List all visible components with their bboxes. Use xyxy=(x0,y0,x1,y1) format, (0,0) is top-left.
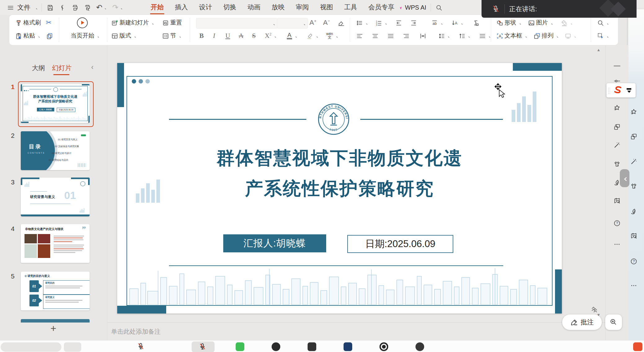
help-icon[interactable] xyxy=(630,258,638,266)
s-tool-menu[interactable] xyxy=(627,88,631,93)
drag-handle[interactable] xyxy=(608,87,611,94)
scroll-up-arrow[interactable]: ▲ xyxy=(597,47,601,52)
taskbar-app[interactable] xyxy=(415,342,424,351)
superscript-button[interactable]: X2 xyxy=(265,30,277,41)
select-button[interactable] xyxy=(597,30,609,41)
export-button[interactable] xyxy=(58,3,67,12)
design-shirt-icon[interactable] xyxy=(613,160,621,169)
copy-button[interactable] xyxy=(46,30,53,41)
paste-button[interactable]: 粘贴 xyxy=(15,30,40,41)
taskbar-active-app[interactable] xyxy=(192,341,215,352)
sidebar-collapse-handle[interactable] xyxy=(620,169,629,187)
tab-home[interactable]: 开始 xyxy=(145,0,169,15)
taskbar-app[interactable] xyxy=(344,342,352,351)
hamburger-menu-icon[interactable] xyxy=(7,4,14,11)
taskbar-app-green[interactable] xyxy=(236,342,244,351)
tab-tools[interactable]: 工具 xyxy=(339,0,363,15)
shrink-font-button[interactable]: A− xyxy=(323,17,330,28)
tab-slides[interactable]: 幻灯片 xyxy=(52,64,72,72)
clear-format-button[interactable] xyxy=(337,17,344,28)
taskbar-search-pill[interactable] xyxy=(1,342,61,352)
text-autofit-button[interactable] xyxy=(479,30,491,41)
design-shirt-icon[interactable] xyxy=(630,183,638,191)
thumbnail-slide-5[interactable]: ⊙ 研究的目的与意义 01 研究目的 02 研究意义 xyxy=(21,272,90,310)
taskbar-mic-muted-icon[interactable] xyxy=(137,342,146,352)
more-options-icon[interactable] xyxy=(613,241,621,249)
print-button[interactable] xyxy=(70,3,79,12)
presenter-box[interactable]: 汇报人:胡晓蝶 xyxy=(223,234,326,252)
slide-title-line1[interactable]: 群体智慧视域下非物质文化遗 xyxy=(117,146,562,170)
new-slide-button[interactable]: 新建幻灯片 xyxy=(111,17,154,28)
shapes-button[interactable]: 形状 xyxy=(496,17,522,28)
increase-indent-button[interactable] xyxy=(410,17,417,28)
char-border-button[interactable]: A xyxy=(239,30,243,41)
slide-canvas[interactable]: NORTHWEST UNIVERSITY ·1902· 群体智慧视域下非物质文化… xyxy=(107,45,605,322)
slide-master-button[interactable] xyxy=(564,30,576,41)
taskbar-app[interactable] xyxy=(380,342,388,351)
wps-ai-button[interactable]: WPS AI xyxy=(396,4,426,11)
microphone-muted-icon[interactable] xyxy=(492,5,500,13)
redo-button[interactable]: ↷ xyxy=(111,3,124,11)
tab-insert[interactable]: 插入 xyxy=(169,0,193,15)
thumbnail-slide-1[interactable]: 群体智慧视域下非物质文化遗 产系统性保护策略研究 汇报人:胡晓蝶 日期:2025… xyxy=(21,84,90,123)
bold-button[interactable]: B xyxy=(199,30,204,41)
zoom-in-button[interactable] xyxy=(605,314,622,330)
decrease-indent-button[interactable] xyxy=(395,17,402,28)
map-search-icon[interactable] xyxy=(630,232,638,240)
more-options-icon[interactable] xyxy=(630,282,638,290)
line-spacing-button[interactable] xyxy=(438,30,450,41)
format-painter-button[interactable]: 格式刷 xyxy=(15,17,41,28)
save-button[interactable] xyxy=(46,3,54,12)
distribute-button[interactable] xyxy=(419,30,426,41)
picture-button[interactable]: 图片 xyxy=(528,17,553,28)
pinyin-guide-button[interactable]: wén文 xyxy=(326,30,338,41)
character-spacing-button[interactable] xyxy=(431,17,443,28)
help-icon[interactable] xyxy=(613,219,621,228)
text-direction-button[interactable] xyxy=(451,17,463,28)
bullet-list-button[interactable] xyxy=(356,17,368,28)
find-replace-button[interactable] xyxy=(597,17,609,28)
layout-button[interactable]: 版式 xyxy=(111,30,136,41)
tab-review[interactable]: 审阅 xyxy=(290,0,314,15)
tab-transition[interactable]: 切换 xyxy=(218,0,242,15)
italic-button[interactable]: I xyxy=(213,30,215,41)
arrange-button[interactable]: 排列 xyxy=(533,30,559,41)
shapes-panel-icon[interactable] xyxy=(630,133,638,141)
map-search-icon[interactable] xyxy=(613,197,621,205)
fill-color-button[interactable] xyxy=(561,17,573,28)
font-name-select[interactable] xyxy=(196,18,278,29)
taskbar-app[interactable] xyxy=(272,342,280,351)
notes-area[interactable]: 单击此处添加备注 xyxy=(107,322,609,341)
print-preview-button[interactable] xyxy=(83,3,91,12)
global-search-icon[interactable] xyxy=(435,4,442,11)
tab-slideshow[interactable]: 放映 xyxy=(266,0,290,15)
play-slideshow-button[interactable] xyxy=(77,17,88,28)
taskbar-widget[interactable] xyxy=(64,342,81,352)
effects-star-icon[interactable] xyxy=(613,104,621,112)
file-menu[interactable]: 文件 xyxy=(17,3,30,12)
thumbnail-slide-3[interactable]: 研究背景与意义 01 xyxy=(21,178,90,216)
tab-design[interactable]: 设计 xyxy=(193,0,218,15)
strikethrough-button[interactable]: S xyxy=(252,30,256,41)
shapes-panel-icon[interactable] xyxy=(613,123,621,131)
cut-button[interactable]: ✂ xyxy=(46,17,51,28)
font-color-button[interactable]: A xyxy=(287,30,297,41)
back-to-top-button[interactable] xyxy=(592,306,598,312)
magic-wand-icon[interactable] xyxy=(630,158,638,166)
font-size-select[interactable] xyxy=(277,18,308,29)
align-center-button[interactable] xyxy=(371,30,378,41)
panel-collapse-button[interactable]: ‹ xyxy=(91,63,94,71)
thumbnail-slide-2[interactable]: 目录 CONTENTS 01 研究背景与意义 02 文献综述与研究对象 03 研… xyxy=(21,131,90,170)
tab-view[interactable]: 视图 xyxy=(314,0,339,15)
start-from-current-button[interactable]: 当页开始 xyxy=(71,30,100,41)
date-box[interactable]: 日期:2025.06.09 xyxy=(347,235,453,253)
align-left-button[interactable] xyxy=(356,30,363,41)
taskbar-app[interactable] xyxy=(308,342,316,351)
section-button[interactable]: 节 xyxy=(162,30,181,41)
eco-leaf-icon[interactable] xyxy=(630,207,638,215)
highlight-button[interactable] xyxy=(306,30,318,41)
wps-s-floating-tool[interactable] xyxy=(606,83,636,97)
magic-wand-icon[interactable] xyxy=(613,141,621,149)
textbox-button[interactable]: 文本框 xyxy=(496,30,527,41)
numbered-list-button[interactable] xyxy=(375,17,387,28)
